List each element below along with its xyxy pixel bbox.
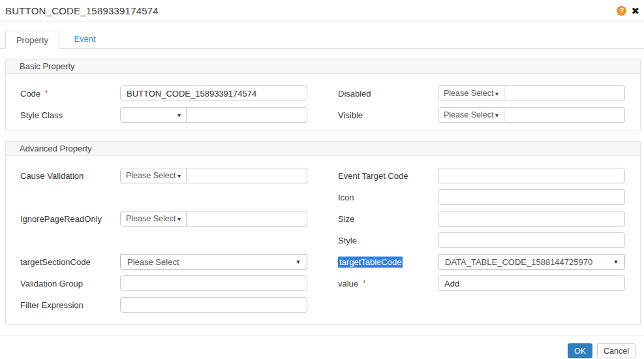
dropdown-caret-icon: ▼ <box>613 259 619 265</box>
event-target-code-label: Event Target Code <box>338 171 438 181</box>
field-row-validation-group: Validation Group <box>6 275 323 291</box>
tab-event[interactable]: Event <box>59 30 110 48</box>
ignore-page-read-only-select[interactable]: Please Select ▾ <box>120 211 187 226</box>
visible-label: Visible <box>338 110 438 120</box>
tab-property[interactable]: Property <box>5 31 59 49</box>
cause-validation-input[interactable] <box>187 168 307 183</box>
field-row-value: value * <box>323 275 640 291</box>
required-asterisk: * <box>363 279 366 288</box>
target-table-code-select[interactable]: DATA_TABLE_CODE_1588144725970 ▼ <box>438 254 625 270</box>
target-table-code-label: targetTableCode <box>338 257 438 268</box>
disabled-label: Disabled <box>338 89 438 99</box>
style-class-select[interactable]: ▾ <box>120 107 187 123</box>
field-row-icon: Icon <box>323 189 640 205</box>
field-row-style: Style <box>323 232 640 248</box>
chevron-down-icon: ▾ <box>177 172 181 180</box>
advanced-property-header: Advanced Property <box>6 142 640 156</box>
event-target-code-input[interactable] <box>438 168 625 183</box>
ignore-page-read-only-combo: Please Select ▾ <box>120 211 307 226</box>
target-section-code-select[interactable]: Please Select ▼ <box>120 254 307 270</box>
validation-group-input[interactable] <box>120 275 307 291</box>
disabled-input[interactable] <box>504 86 625 101</box>
field-row-ignore-page-read-only: IgnorePageReadOnly Please Select ▾ <box>6 211 323 226</box>
validation-group-label: Validation Group <box>20 279 120 289</box>
style-class-label: Style Class <box>20 110 120 120</box>
field-row-target-section-code: targetSectionCode Please Select ▼ <box>6 254 323 270</box>
dropdown-caret-icon: ▼ <box>296 259 301 265</box>
code-input[interactable] <box>120 86 307 101</box>
filter-expression-input[interactable] <box>120 297 307 313</box>
selected-label-text: targetTableCode <box>338 257 403 268</box>
required-asterisk: * <box>45 89 48 98</box>
cancel-button[interactable]: Cancel <box>597 343 636 358</box>
dialog-title: BUTTON_CODE_1589339174574 <box>5 5 617 16</box>
advanced-property-section: Advanced Property Cause Validation Pleas… <box>5 141 641 325</box>
field-row-code: Code * <box>6 86 323 101</box>
field-row-size: Size <box>323 211 640 226</box>
ignore-page-read-only-input[interactable] <box>187 211 307 226</box>
size-label: Size <box>338 214 438 224</box>
visible-select[interactable]: Please Select ▾ <box>438 107 504 123</box>
cause-validation-label: Cause Validation <box>20 171 120 181</box>
row-spacer <box>6 189 323 205</box>
row-spacer <box>6 232 323 248</box>
field-row-event-target-code: Event Target Code <box>323 168 640 183</box>
basic-property-section: Basic Property Code * Style Class ▾ <box>5 59 641 131</box>
field-row-disabled: Disabled Please Select ▾ <box>323 86 640 101</box>
chevron-down-icon: ▾ <box>495 90 498 97</box>
basic-property-header: Basic Property <box>6 59 640 74</box>
dialog-header: BUTTON_CODE_1589339174574 ? ✖ <box>0 0 644 22</box>
style-label: Style <box>338 236 438 245</box>
style-class-input[interactable] <box>187 107 307 123</box>
value-label: value * <box>338 279 438 289</box>
field-row-target-table-code: targetTableCode DATA_TABLE_CODE_15881447… <box>323 254 640 270</box>
value-input[interactable] <box>438 275 625 291</box>
visible-combo: Please Select ▾ <box>438 107 625 123</box>
help-icon[interactable]: ? <box>617 6 626 16</box>
icon-input[interactable] <box>438 189 625 205</box>
style-class-combo: ▾ <box>120 107 307 123</box>
style-input[interactable] <box>438 232 625 248</box>
code-label: Code * <box>20 89 120 99</box>
filter-expression-label: Filter Expression <box>20 300 120 310</box>
ok-button[interactable]: OK <box>568 343 592 358</box>
field-row-filter-expression: Filter Expression <box>6 297 323 313</box>
disabled-combo: Please Select ▾ <box>438 86 625 101</box>
cause-validation-select[interactable]: Please Select ▾ <box>120 168 187 183</box>
dialog-footer: OK Cancel <box>0 335 644 358</box>
tab-bar: Property Event <box>0 31 644 49</box>
disabled-select[interactable]: Please Select ▾ <box>438 86 504 101</box>
close-icon[interactable]: ✖ <box>631 6 639 16</box>
chevron-down-icon: ▾ <box>177 112 181 119</box>
field-row-visible: Visible Please Select ▾ <box>323 107 640 123</box>
cause-validation-combo: Please Select ▾ <box>120 168 307 183</box>
size-input[interactable] <box>438 211 625 226</box>
target-section-code-label: targetSectionCode <box>20 257 120 267</box>
ignore-page-read-only-label: IgnorePageReadOnly <box>20 214 120 224</box>
field-row-cause-validation: Cause Validation Please Select ▾ <box>6 168 323 183</box>
field-row-style-class: Style Class ▾ <box>6 107 323 123</box>
chevron-down-icon: ▾ <box>177 215 181 223</box>
icon-label: Icon <box>338 193 438 202</box>
chevron-down-icon: ▾ <box>495 112 498 119</box>
visible-input[interactable] <box>504 107 625 123</box>
